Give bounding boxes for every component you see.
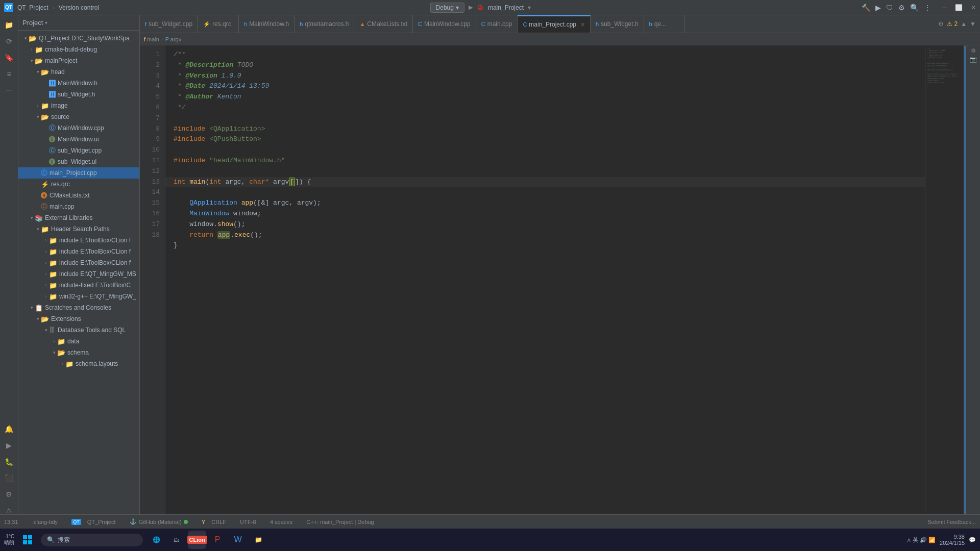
mainwindow-cpp-icon: Ⓒ — [49, 123, 56, 133]
line-num-3: 3 — [140, 71, 160, 82]
sidebar-icon-commit[interactable]: ⟳ — [2, 34, 17, 49]
maximize-button[interactable]: ⬜ — [955, 4, 963, 11]
minimap-scroll-indicator[interactable] — [964, 45, 966, 551]
status-y-icon: Y — [202, 519, 205, 525]
tree-item-mainwindow-ui[interactable]: 🅤 MainWindow.ui — [18, 134, 139, 145]
line-num-9: 9 — [140, 134, 160, 145]
sidebar-icon-notification[interactable]: 🔔 — [2, 421, 17, 437]
tree-item-include3[interactable]: › 📁 include E:\ToolBox\CLion f — [18, 257, 139, 268]
tab-mainwindow-h[interactable]: h MainWindow.h — [239, 15, 295, 33]
schema-layouts-label: schema.layouts — [76, 360, 118, 367]
tab-mainwindow-cpp[interactable]: C MainWindow.cpp — [413, 15, 476, 33]
tab-sub-widget-cpp[interactable]: f sub_Widget.cpp — [140, 15, 198, 33]
tree-item-cmake[interactable]: 🅐 CMakeLists.txt — [18, 190, 139, 201]
code-editor[interactable]: /** * @Description TODO * @Version 1.0.0… — [165, 45, 925, 551]
tab-close-main-project-cpp[interactable]: ✕ — [580, 21, 585, 28]
sidebar-icon-run[interactable]: ▶ — [2, 438, 17, 453]
status-indent[interactable]: 4 spaces — [270, 519, 292, 525]
tree-item-external-libs[interactable]: ▾ 📚 External Libraries — [18, 212, 139, 223]
sidebar-icon-debug[interactable]: 🐛 — [2, 454, 17, 469]
minimize-button[interactable]: ─ — [942, 4, 947, 11]
taskbar-app-1[interactable]: 🌐 — [147, 531, 165, 549]
sidebar-icon-terminal[interactable]: ⬛ — [2, 470, 17, 486]
tree-item-include-fixed[interactable]: › 📁 include-fixed E:\ToolBox\C — [18, 280, 139, 291]
tree-item-main-project-cpp[interactable]: Ⓒ main_Project.cpp — [18, 167, 139, 179]
tab-scroll-up-icon[interactable]: ▲ — [961, 20, 967, 28]
main-cpp-icon: Ⓒ — [41, 202, 47, 211]
taskbar-app-2[interactable]: 🗂 — [167, 531, 186, 549]
tree-item-mainwindow-cpp[interactable]: Ⓒ MainWindow.cpp — [18, 122, 139, 134]
tree-item-subwidget-h[interactable]: 🅷 sub_Widget.h — [18, 89, 139, 100]
sidebar-icon-project[interactable]: 📁 — [2, 17, 17, 33]
status-encoding[interactable]: CRLF — [211, 519, 226, 525]
breadcrumb-argv[interactable]: P argv — [165, 36, 182, 42]
profiler-icon[interactable]: ⚙ — [898, 4, 905, 12]
search-icon[interactable]: 🔍 — [910, 4, 919, 12]
tree-item-extensions[interactable]: ▾ 📂 Extensions — [18, 313, 139, 324]
tree-item-win32[interactable]: › 📁 win32-g++ E:\QT_MingGW_ — [18, 291, 139, 302]
sidebar-icon-bookmark[interactable]: 🔖 — [2, 50, 17, 65]
tree-item-db-tools[interactable]: ▾ 🗄 Database Tools and SQL — [18, 324, 139, 336]
taskbar-search-bar[interactable]: 🔍 搜索 — [41, 534, 143, 546]
tree-item-include2[interactable]: › 📁 include E:\ToolBox\CLion f — [18, 246, 139, 257]
sidebar-icon-structure[interactable]: ≡ — [2, 66, 17, 82]
version-control-menu[interactable]: Version control — [59, 4, 99, 11]
tree-item-mainwindow-h[interactable]: 🅷 MainWindow.h — [18, 78, 139, 89]
coverage-icon[interactable]: 🛡 — [886, 4, 893, 12]
tree-item-mainproject[interactable]: ▾ 📂 mainProject — [18, 55, 139, 66]
tab-main-project-cpp[interactable]: C main_Project.cpp ✕ — [518, 15, 591, 33]
tab-settings-icon[interactable]: ⚙ — [938, 20, 944, 28]
line-num-14: 14 — [140, 187, 160, 198]
status-filetype[interactable]: C++: main_Project | Debug — [306, 519, 374, 525]
status-utf8[interactable]: UTF-8 — [240, 519, 256, 525]
tab-qe[interactable]: h qe... — [644, 15, 685, 33]
tree-item-root[interactable]: ▾ 📂 QT_Project D:\C_Study\WorkSpa — [18, 33, 139, 44]
taskbar-app-word[interactable]: W — [229, 531, 247, 549]
taskbar-start-button[interactable] — [18, 531, 37, 549]
tree-item-main-cpp[interactable]: Ⓒ main.cpp — [18, 201, 139, 212]
tree-item-schema-layouts[interactable]: › 📁 schema.layouts — [18, 358, 139, 369]
close-button[interactable]: ✕ — [971, 4, 976, 11]
status-feedback[interactable]: Submit Feedback... — [927, 519, 976, 525]
project-menu[interactable]: QT_Project — [17, 4, 48, 11]
tree-item-subwidget-cpp[interactable]: Ⓒ sub_Widget.cpp — [18, 145, 139, 156]
notification-center-icon[interactable]: 💬 — [969, 537, 976, 543]
tree-item-cmake-build[interactable]: › 📁 cmake-build-debug — [18, 44, 139, 55]
tab-cmake[interactable]: ▲ CMakeLists.txt — [354, 15, 413, 33]
tab-main-cpp[interactable]: C main.cpp — [476, 15, 518, 33]
editor-settings-icon[interactable]: ⚙ — [971, 47, 976, 54]
tree-item-head[interactable]: ▾ 📂 head — [18, 66, 139, 78]
taskbar-app-files[interactable]: 📁 — [249, 531, 267, 549]
status-project[interactable]: QT_Project — [87, 519, 116, 525]
tree-item-include4[interactable]: › 📁 include E:\QT_MingGW_MS — [18, 268, 139, 280]
run-config-icon[interactable]: ▶ — [875, 4, 881, 12]
tree-item-include1[interactable]: › 📁 include E:\ToolBox\CLion f — [18, 235, 139, 246]
tree-item-image[interactable]: › 📁 image — [18, 100, 139, 111]
status-vcs[interactable]: ⚓ GitHub (Material) — [130, 518, 188, 525]
breadcrumb-main[interactable]: f main — [144, 36, 159, 42]
project-panel-header[interactable]: Project ▾ — [18, 15, 139, 31]
tree-item-source[interactable]: ▾ 📂 source — [18, 111, 139, 122]
taskbar-app-ppt[interactable]: P — [208, 531, 227, 549]
tab-warning-icon[interactable]: ⚠ 2 — [947, 20, 958, 28]
editor-camera-icon[interactable]: 📷 — [970, 56, 977, 63]
debug-button[interactable]: Debug ▾ — [430, 3, 464, 13]
line-num-11: 11 — [140, 156, 160, 166]
hammer-icon[interactable]: 🔨 — [862, 4, 870, 12]
tab-sub-widget-h[interactable]: h sub_Widget.h — [591, 15, 644, 33]
tree-item-schema[interactable]: ▾ 📂 schema — [18, 347, 139, 358]
status-linter[interactable]: .clang-tidy — [32, 519, 58, 525]
tree-item-res-qrc[interactable]: ⚡ res.qrc — [18, 179, 139, 190]
tab-qtmetamacros[interactable]: h qtmetamacros.h — [295, 15, 354, 33]
tree-item-subwidget-ui[interactable]: 🅤 sub_Widget.ui — [18, 156, 139, 167]
tab-res-qrc[interactable]: ⚡ res.qrc — [198, 15, 239, 33]
settings-icon[interactable]: ⋮ — [924, 4, 931, 12]
status-position[interactable]: 13:31 — [4, 519, 18, 525]
tree-item-header-search-paths[interactable]: ▾ 📁 Header Search Paths — [18, 223, 139, 235]
taskbar-app-clion[interactable]: CLion — [188, 531, 206, 549]
sidebar-icon-plugins[interactable]: ⚙ — [2, 487, 17, 502]
tab-scroll-down-icon[interactable]: ▼ — [970, 20, 976, 28]
tree-item-data[interactable]: › 📁 data — [18, 336, 139, 347]
tree-item-scratches[interactable]: ▾ 📋 Scratches and Consoles — [18, 302, 139, 313]
line-numbers: 1 2 3 4 5 6 7 ▾8 9 10 11 12 ▾13 14 15 16 — [140, 45, 165, 551]
